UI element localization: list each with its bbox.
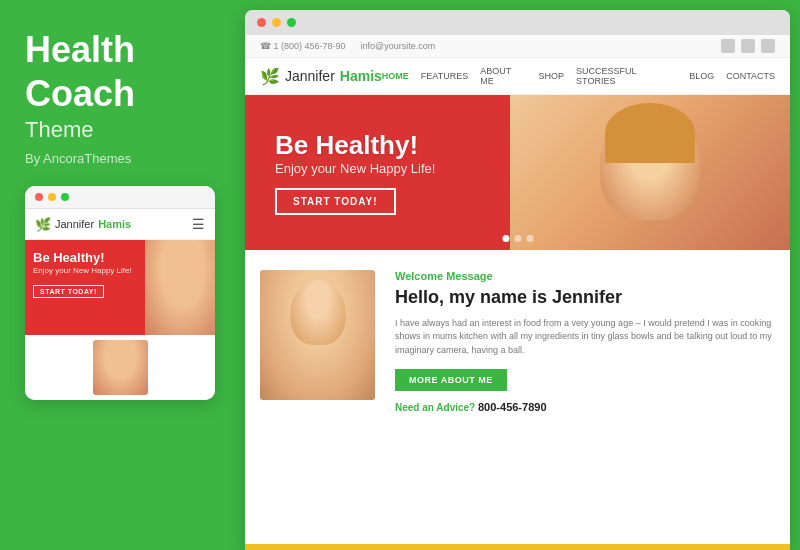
- mobile-hero-button[interactable]: START TODAY!: [33, 285, 104, 298]
- browser-titlebar: [245, 10, 790, 35]
- mobile-dot-green: [61, 193, 69, 201]
- mobile-hero-person: [145, 240, 215, 335]
- hero-person: [510, 95, 790, 250]
- mobile-logo-first: Jannifer: [55, 218, 94, 230]
- content-heading: Hello, my name is Jennifer: [395, 287, 775, 309]
- site-logo-first: Jannifer: [285, 68, 335, 84]
- advice-line: Need an Advice? 800-456-7890: [395, 401, 775, 413]
- mobile-hero-heading: Be Healthy!: [33, 250, 132, 266]
- facebook-icon[interactable]: [761, 39, 775, 53]
- more-about-button[interactable]: MORE ABOUT ME: [395, 369, 507, 391]
- mobile-dot-yellow: [48, 193, 56, 201]
- site-topbar: ☎ 1 (800) 456-78-90 info@yoursite.com: [245, 35, 790, 58]
- mobile-logo: 🌿 Jannifer Hamis: [35, 217, 131, 232]
- content-image: [260, 270, 375, 400]
- browser-content: ☎ 1 (800) 456-78-90 info@yoursite.com 🌿 …: [245, 35, 790, 550]
- site-leaf-icon: 🌿: [260, 67, 280, 86]
- site-content: Welcome Message Hello, my name is Jennif…: [245, 250, 790, 544]
- topbar-left: ☎ 1 (800) 456-78-90 info@yoursite.com: [260, 41, 435, 51]
- topbar-phone: ☎ 1 (800) 456-78-90: [260, 41, 346, 51]
- leaf-icon: 🌿: [35, 217, 51, 232]
- topbar-right: [721, 39, 775, 53]
- nav-blog[interactable]: BLOG: [689, 71, 714, 81]
- content-body: I have always had an interest in food fr…: [395, 317, 775, 358]
- theme-by: By AncoraThemes: [25, 151, 215, 166]
- mobile-nav: 🌿 Jannifer Hamis ☰: [25, 209, 215, 240]
- yellow-accent-bar: [245, 544, 790, 550]
- browser-dot-red: [257, 18, 266, 27]
- hamburger-icon[interactable]: ☰: [192, 216, 205, 232]
- topbar-email: info@yoursite.com: [361, 41, 436, 51]
- browser-dot-yellow: [272, 18, 281, 27]
- slider-dot-2[interactable]: [514, 235, 521, 242]
- hero-image: [510, 95, 790, 250]
- advice-phone: 800-456-7890: [478, 401, 547, 413]
- mobile-hero: Be Healthy! Enjoy your New Happy Life! S…: [25, 240, 215, 335]
- mobile-hero-sub: Enjoy your New Happy Life!: [33, 266, 132, 275]
- site-logo: 🌿 Jannifer Hamis: [260, 67, 382, 86]
- nav-features[interactable]: FEATURES: [421, 71, 468, 81]
- mobile-logo-last: Hamis: [98, 218, 131, 230]
- theme-subtitle: Theme: [25, 117, 215, 143]
- welcome-message: Welcome Message: [395, 270, 775, 282]
- theme-title: Health Coach: [25, 30, 215, 117]
- mobile-mockup: 🌿 Jannifer Hamis ☰ Be Healthy! Enjoy you…: [25, 186, 215, 400]
- mobile-bottom-image: [93, 340, 148, 395]
- nav-about[interactable]: ABOUT ME: [480, 66, 526, 86]
- nav-contacts[interactable]: CONTACTS: [726, 71, 775, 81]
- twitter-icon[interactable]: [721, 39, 735, 53]
- slider-dot-1[interactable]: [502, 235, 509, 242]
- site-logo-last: Hamis: [340, 68, 382, 84]
- google-plus-icon[interactable]: [741, 39, 755, 53]
- mobile-hero-text: Be Healthy! Enjoy your New Happy Life! S…: [33, 250, 132, 298]
- hero-content: Be Healthy! Enjoy your New Happy Life! S…: [245, 110, 465, 235]
- slider-dot-3[interactable]: [526, 235, 533, 242]
- slider-dots: [502, 235, 533, 242]
- browser-window: ☎ 1 (800) 456-78-90 info@yoursite.com 🌿 …: [245, 10, 790, 550]
- site-nav: 🌿 Jannifer Hamis HOME FEATURES ABOUT ME …: [245, 58, 790, 95]
- browser-dot-green: [287, 18, 296, 27]
- nav-stories[interactable]: SUCCESSFUL STORIES: [576, 66, 677, 86]
- hero-heading: Be Healthy!: [275, 130, 435, 161]
- site-nav-links: HOME FEATURES ABOUT ME SHOP SUCCESSFUL S…: [382, 66, 775, 86]
- left-panel: Health Coach Theme By AncoraThemes 🌿 Jan…: [0, 0, 240, 550]
- site-hero: Be Healthy! Enjoy your New Happy Life! S…: [245, 95, 790, 250]
- mobile-topbar: [25, 186, 215, 209]
- content-text: Welcome Message Hello, my name is Jennif…: [395, 270, 775, 524]
- mobile-hero-image: [145, 240, 215, 335]
- advice-label: Need an Advice?: [395, 402, 475, 413]
- hero-button[interactable]: START TODAY!: [275, 188, 396, 215]
- hero-subheading: Enjoy your New Happy Life!: [275, 161, 435, 176]
- mobile-bottom: [25, 335, 215, 400]
- nav-home[interactable]: HOME: [382, 71, 409, 81]
- mobile-dot-red: [35, 193, 43, 201]
- nav-shop[interactable]: SHOP: [539, 71, 565, 81]
